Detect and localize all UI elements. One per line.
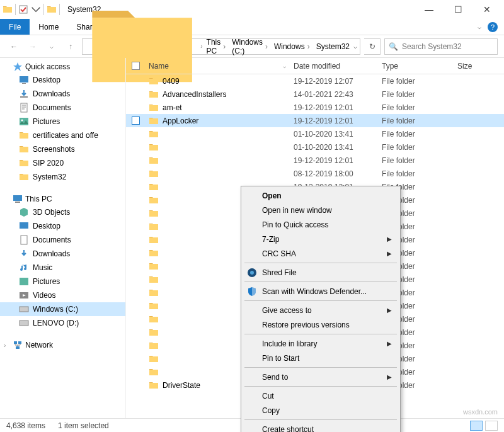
menu-item[interactable]: Restore previous versions bbox=[243, 317, 398, 332]
svg-rect-14 bbox=[20, 321, 28, 326]
help-icon[interactable]: ? bbox=[488, 22, 498, 32]
context-menu: OpenOpen in new windowPin to Quick acces… bbox=[241, 186, 401, 432]
sidebar-item-desktop[interactable]: Desktop bbox=[0, 73, 125, 87]
breadcrumb[interactable]: Windows (C:) bbox=[232, 38, 263, 55]
column-name[interactable]: Name⌵ bbox=[145, 62, 290, 71]
chevron-down-icon[interactable]: ⌵ bbox=[353, 43, 357, 50]
this-pc-header[interactable]: This PC bbox=[0, 193, 125, 205]
folder-icon bbox=[149, 208, 159, 219]
quick-access-header[interactable]: Quick access bbox=[0, 60, 125, 73]
menu-item[interactable]: Pin to Quick access bbox=[243, 217, 398, 232]
sidebar-item-screenshots[interactable]: Screenshots bbox=[0, 142, 125, 156]
svg-rect-0 bbox=[20, 6, 27, 13]
menu-item[interactable]: Open in new window bbox=[243, 203, 398, 217]
watermark: wsxdn.com bbox=[463, 408, 498, 416]
menu-item[interactable]: Give access to▶ bbox=[243, 303, 398, 317]
folder-icon bbox=[149, 89, 159, 99]
up-button[interactable]: ↑ bbox=[63, 39, 78, 54]
chevron-right-icon: ▶ bbox=[387, 250, 392, 257]
sidebar-item-windows-c[interactable]: Windows (C:) bbox=[0, 302, 125, 316]
ribbon-expand-icon[interactable]: ⌵ bbox=[478, 23, 481, 30]
sidebar-item-lenovo-d[interactable]: LENOVO (D:) bbox=[0, 316, 125, 330]
sidebar-item-pictures[interactable]: Pictures bbox=[0, 115, 125, 128]
menu-item[interactable]: Shred File bbox=[243, 265, 398, 280]
search-input[interactable] bbox=[402, 42, 496, 51]
search-box[interactable]: 🔍 bbox=[384, 38, 498, 55]
forward-button[interactable]: → bbox=[25, 39, 40, 54]
sidebar-item-sip2020[interactable]: SIP 2020 bbox=[0, 156, 125, 170]
column-size[interactable]: Size bbox=[454, 62, 491, 71]
file-row[interactable]: AppV01-10-2020 13:41File folder bbox=[126, 140, 504, 154]
sidebar-item-documents2[interactable]: Documents bbox=[0, 233, 125, 247]
refresh-button[interactable]: ↻ bbox=[364, 38, 381, 55]
folder-icon bbox=[149, 103, 159, 113]
svg-point-6 bbox=[21, 120, 23, 122]
minimize-button[interactable]: — bbox=[415, 0, 444, 19]
svg-rect-2 bbox=[22, 83, 26, 84]
pc-icon bbox=[13, 194, 23, 204]
sidebar-item-certificates[interactable]: certificates and offe bbox=[0, 128, 125, 142]
svg-point-19 bbox=[250, 271, 254, 275]
folder-icon bbox=[3, 4, 13, 14]
menu-item[interactable]: Send to▶ bbox=[243, 370, 398, 384]
menu-item[interactable]: Cut bbox=[243, 389, 398, 403]
file-row[interactable]: am-et19-12-2019 12:01File folder bbox=[126, 101, 504, 114]
folder-icon bbox=[149, 288, 159, 298]
menu-item[interactable]: CRC SHA▶ bbox=[243, 246, 398, 261]
sidebar-item-downloads2[interactable]: Downloads bbox=[0, 247, 125, 261]
home-tab[interactable]: Home bbox=[30, 19, 67, 35]
select-all-checkbox[interactable] bbox=[132, 62, 140, 70]
recent-button[interactable]: ⌵ bbox=[44, 39, 59, 54]
menu-item[interactable]: Scan with Windows Defender... bbox=[243, 284, 398, 298]
folder-icon bbox=[149, 380, 159, 390]
breadcrumb[interactable]: System32 bbox=[316, 42, 350, 51]
folder-icon bbox=[149, 367, 159, 377]
menu-item[interactable]: Create shortcut bbox=[243, 422, 398, 432]
menu-item[interactable]: Pin to Start bbox=[243, 351, 398, 365]
file-tab[interactable]: File bbox=[0, 19, 30, 35]
sidebar-item-downloads[interactable]: Downloads bbox=[0, 87, 125, 101]
sidebar-item-3dobjects[interactable]: 3D Objects bbox=[0, 205, 125, 219]
sidebar-item-documents[interactable]: Documents bbox=[0, 101, 125, 115]
chevron-right-icon: ▶ bbox=[387, 236, 392, 242]
back-button[interactable]: ← bbox=[6, 39, 21, 54]
file-row[interactable]: AdvancedInstallers14-01-2021 22:43File f… bbox=[126, 88, 504, 101]
folder-icon bbox=[149, 235, 159, 245]
svg-rect-7 bbox=[13, 195, 22, 201]
address-bar[interactable]: › This PC› Windows (C:)› Windows› System… bbox=[82, 38, 360, 55]
checkbox-icon[interactable] bbox=[18, 4, 28, 14]
svg-rect-8 bbox=[15, 202, 20, 203]
breadcrumb[interactable]: Windows bbox=[274, 42, 305, 51]
svg-rect-13 bbox=[20, 307, 28, 312]
close-button[interactable]: ✕ bbox=[472, 0, 501, 19]
menu-item[interactable]: Open bbox=[243, 188, 398, 203]
breadcrumb[interactable]: This PC bbox=[207, 38, 221, 55]
menu-item[interactable]: Include in library▶ bbox=[243, 336, 398, 351]
menu-item[interactable]: 7-Zip▶ bbox=[243, 232, 398, 246]
folder-icon bbox=[149, 142, 159, 152]
menu-item[interactable]: Copy bbox=[243, 403, 398, 418]
sidebar-item-system32[interactable]: System32 bbox=[0, 170, 125, 184]
column-type[interactable]: Type bbox=[378, 62, 454, 71]
sidebar-item-videos[interactable]: Videos bbox=[0, 288, 125, 302]
sidebar-item-music[interactable]: Music bbox=[0, 261, 125, 275]
file-row[interactable]: appraiser01-10-2020 13:41File folder bbox=[126, 127, 504, 140]
svg-rect-9 bbox=[20, 222, 28, 229]
details-view-button[interactable] bbox=[470, 421, 483, 431]
file-row[interactable]: AppLocker19-12-2019 12:01File folder bbox=[126, 114, 504, 127]
svg-rect-11 bbox=[20, 278, 28, 285]
svg-rect-1 bbox=[20, 76, 28, 82]
column-date[interactable]: Date modified bbox=[290, 62, 378, 71]
navigation-pane: Quick access Desktop Downloads Documents… bbox=[0, 58, 126, 418]
file-row[interactable]: bg-BG08-12-2019 18:00File folder bbox=[126, 167, 504, 180]
file-row[interactable]: ar-SA19-12-2019 12:01File folder bbox=[126, 154, 504, 167]
dropdown-icon[interactable] bbox=[31, 4, 41, 14]
icons-view-button[interactable] bbox=[485, 421, 498, 431]
network-header[interactable]: › Network bbox=[0, 339, 125, 351]
sidebar-item-desktop2[interactable]: Desktop bbox=[0, 219, 125, 233]
file-row[interactable]: 040919-12-2019 12:07File folder bbox=[126, 74, 504, 88]
maximize-button[interactable]: ☐ bbox=[444, 0, 472, 19]
folder-icon bbox=[149, 182, 159, 192]
sidebar-item-pictures2[interactable]: Pictures bbox=[0, 275, 125, 288]
folder-icon bbox=[149, 156, 159, 166]
